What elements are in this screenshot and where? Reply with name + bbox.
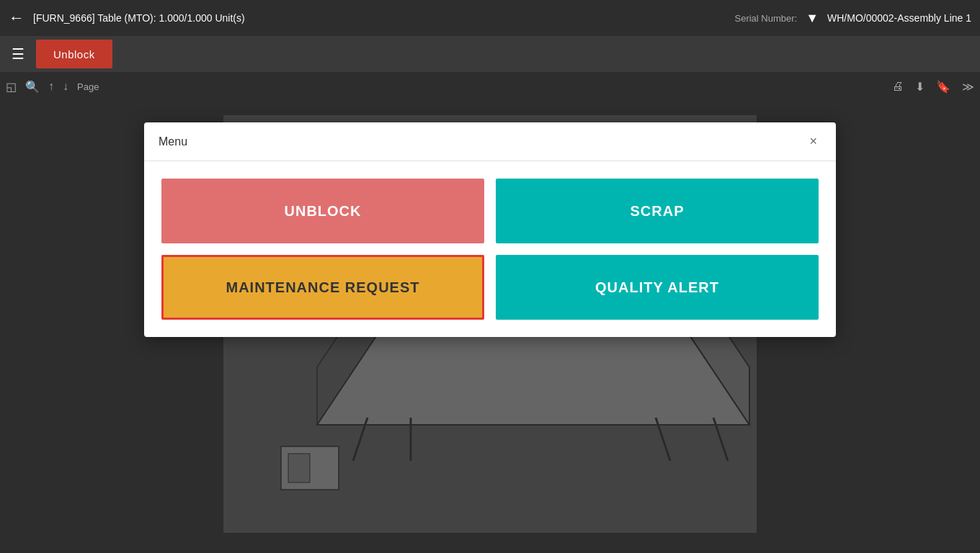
modal-body: UNBLOCK SCRAP MAINTENANCE REQUEST QUALIT… — [144, 161, 836, 337]
maintenance-request-button[interactable]: MAINTENANCE REQUEST — [161, 255, 484, 320]
menu-modal: Menu × UNBLOCK SCRAP MAINTENANCE REQUEST… — [144, 122, 836, 337]
page-title: [FURN_9666] Table (MTO): 1.000/1.000 Uni… — [33, 12, 726, 24]
hamburger-button[interactable]: ☰ — [6, 42, 30, 66]
back-button[interactable]: ← — [9, 9, 24, 27]
modal-header: Menu × — [144, 122, 836, 161]
search-icon[interactable]: 🔍 — [25, 80, 40, 94]
page-label: Page — [77, 81, 99, 92]
down-icon[interactable]: ↓ — [63, 80, 68, 93]
second-bar: ☰ Unblock — [0, 36, 980, 72]
top-bar: ← [FURN_9666] Table (MTO): 1.000/1.000 U… — [0, 0, 980, 36]
third-bar: ◱ 🔍 ↑ ↓ Page 🖨 ⬇ 🔖 ≫ — [0, 72, 980, 101]
more-icon[interactable]: ≫ — [962, 80, 974, 94]
toolbar-right: 🖨 ⬇ 🔖 ≫ — [892, 80, 974, 94]
serial-label: Serial Number: — [735, 13, 798, 24]
workorder-label: WH/MO/00002-Assembly Line 1 — [827, 12, 971, 24]
bookmark-icon[interactable]: 🔖 — [936, 80, 950, 94]
print-icon[interactable]: 🖨 — [892, 80, 904, 94]
scrap-button[interactable]: SCRAP — [496, 179, 819, 243]
modal-backdrop: Menu × UNBLOCK SCRAP MAINTENANCE REQUEST… — [0, 101, 980, 553]
up-icon[interactable]: ↑ — [48, 80, 54, 93]
unblock-button[interactable]: Unblock — [36, 40, 112, 68]
panel-icon[interactable]: ◱ — [6, 80, 17, 94]
download-icon[interactable]: ⬇ — [915, 80, 925, 94]
quality-alert-button[interactable]: QUALITY ALERT — [496, 255, 819, 320]
main-content: Menu × UNBLOCK SCRAP MAINTENANCE REQUEST… — [0, 101, 980, 553]
modal-title: Menu — [159, 135, 187, 148]
unblock-menu-button[interactable]: UNBLOCK — [161, 179, 484, 243]
dropdown-icon[interactable]: ▼ — [806, 11, 819, 26]
modal-close-button[interactable]: × — [805, 132, 821, 150]
